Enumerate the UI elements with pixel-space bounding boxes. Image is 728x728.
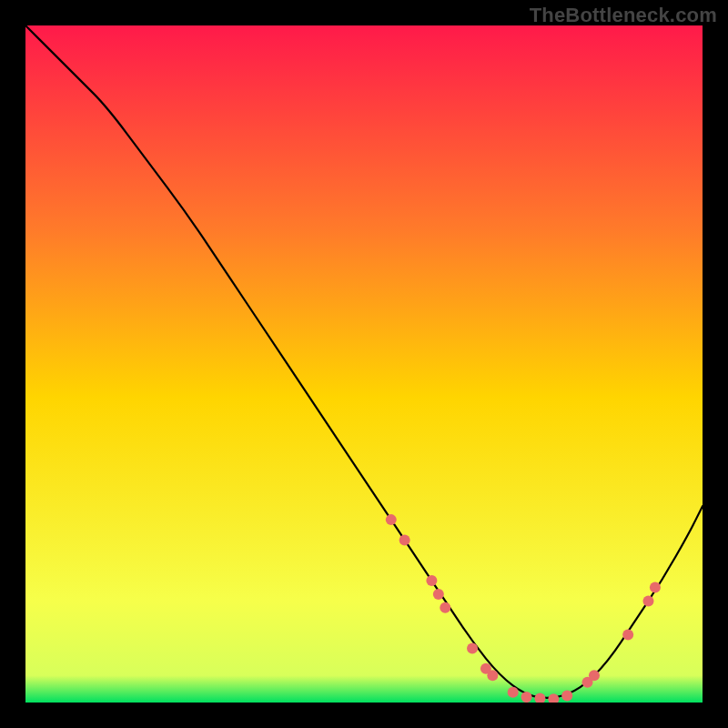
curve-marker [399,534,410,545]
plot-svg [25,25,703,703]
gradient-background [25,25,703,703]
curve-marker [642,595,653,606]
curve-marker [561,691,572,702]
curve-marker [589,670,600,681]
plot-area [25,25,703,703]
curve-marker [508,687,519,698]
curve-marker [467,642,478,653]
curve-marker [433,589,444,600]
curve-marker [386,514,397,525]
watermark-label: TheBottleneck.com [530,4,717,27]
curve-marker [650,582,661,593]
curve-marker [440,602,450,613]
curve-marker [426,575,437,586]
curve-marker [521,692,532,703]
curve-marker [487,670,498,681]
chart-frame: TheBottleneck.com [0,0,728,728]
curve-marker [622,630,633,641]
